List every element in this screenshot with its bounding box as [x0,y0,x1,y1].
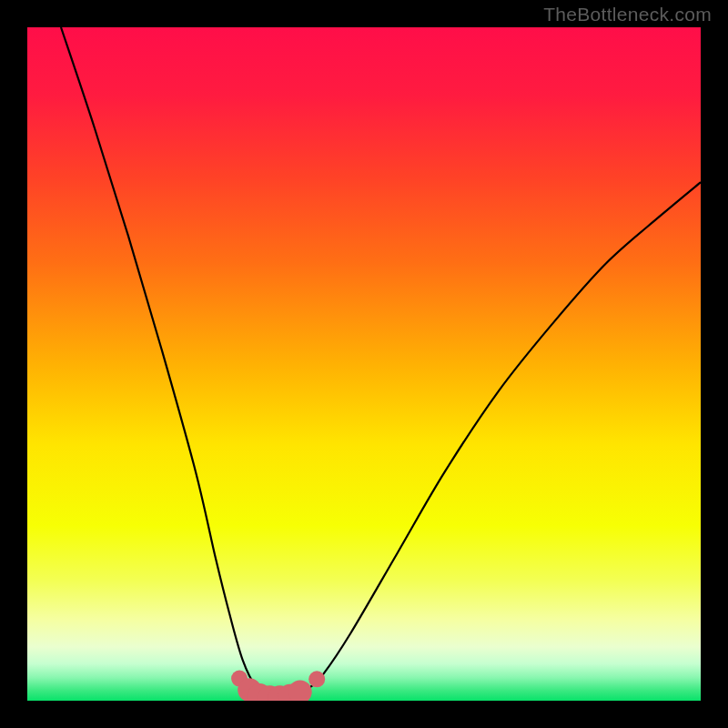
plot-area [27,27,701,701]
highlight-marker [308,671,325,687]
highlight-marker [288,680,312,701]
watermark-text: TheBottleneck.com [543,4,712,25]
curve-layer [27,27,701,701]
bottleneck-curve [61,27,701,698]
chart-frame: TheBottleneck.com [0,0,728,728]
